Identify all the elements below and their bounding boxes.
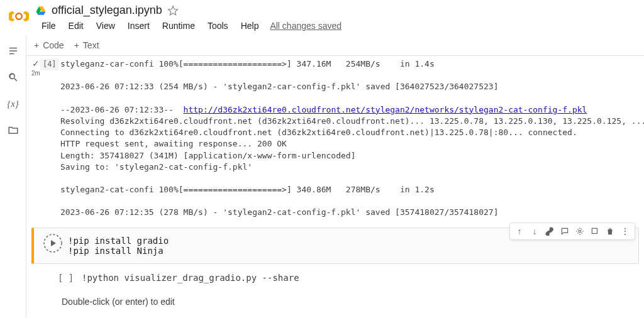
files-icon[interactable] — [6, 123, 20, 137]
settings-icon[interactable] — [573, 224, 587, 238]
menu-tools[interactable]: Tools — [201, 18, 235, 33]
colab-logo[interactable] — [9, 6, 29, 26]
exec-count: [4] — [40, 58, 59, 70]
mirror-icon[interactable] — [588, 224, 602, 238]
elapsed-time: 2m — [31, 70, 40, 77]
check-icon: ✓ — [32, 58, 40, 69]
sidebar: {x} — [0, 35, 26, 318]
colab-logo-svg — [9, 10, 29, 23]
add-text-label: Text — [83, 40, 99, 50]
text-cell-placeholder[interactable]: Double-click (or enter) to edit — [26, 289, 644, 314]
output-text: [4]styleganz-car-confi 100%[============… — [40, 58, 644, 219]
cell-add-toolbar: +Code +Text — [26, 35, 644, 56]
variables-icon[interactable]: {x} — [6, 97, 20, 111]
add-code-button[interactable]: +Code — [34, 40, 64, 50]
menu-view[interactable]: View — [90, 18, 121, 33]
add-text-button[interactable]: +Text — [74, 40, 99, 50]
search-icon[interactable] — [6, 70, 20, 84]
menu-file[interactable]: File — [35, 18, 62, 33]
notebook-title[interactable]: official_stylegan.ipynb — [52, 4, 162, 17]
cell-toolbar: ↑ ↓ ⋮ — [509, 222, 635, 240]
toc-icon[interactable] — [6, 44, 20, 58]
svg-point-1 — [579, 230, 581, 233]
menu-runtime[interactable]: Runtime — [156, 18, 201, 33]
comment-icon[interactable] — [558, 224, 572, 238]
exec-brackets: [ ] — [58, 273, 75, 283]
menubar: File Edit View Insert Runtime Tools Help… — [35, 18, 341, 33]
download-link[interactable]: http://d36zk2xti64re0.cloudfront.net/sty… — [184, 105, 587, 114]
menu-help[interactable]: Help — [235, 18, 265, 33]
run-button[interactable] — [42, 232, 64, 255]
svg-point-0 — [16, 13, 22, 19]
empty-code-cell[interactable]: [ ] — [26, 314, 644, 318]
add-code-label: Code — [43, 40, 64, 50]
delete-icon[interactable] — [603, 224, 617, 238]
output-gutter: ✓ 2m — [31, 58, 40, 219]
code-content-3: !python visualizer_drag_gradio.py --shar… — [82, 273, 299, 283]
code-cell-3[interactable]: [ ] !python visualizer_drag_gradio.py --… — [26, 266, 644, 289]
menu-edit[interactable]: Edit — [62, 18, 90, 33]
star-icon[interactable] — [167, 5, 179, 16]
menu-insert[interactable]: Insert — [121, 18, 156, 33]
output-cell: ✓ 2m [4]styleganz-car-confi 100%[=======… — [26, 56, 644, 225]
svg-rect-2 — [592, 228, 597, 233]
move-down-icon[interactable]: ↓ — [528, 224, 541, 238]
link-icon[interactable] — [543, 224, 557, 238]
notebook-content: +Code +Text ✓ 2m [4]styleganz-car-confi … — [26, 35, 644, 318]
drive-icon — [35, 5, 47, 16]
header: official_stylegan.ipynb File Edit View I… — [0, 0, 644, 35]
more-vert-icon[interactable]: ⋮ — [618, 224, 632, 238]
autosave-status[interactable]: All changes saved — [270, 18, 341, 33]
move-up-icon[interactable]: ↑ — [513, 224, 526, 238]
